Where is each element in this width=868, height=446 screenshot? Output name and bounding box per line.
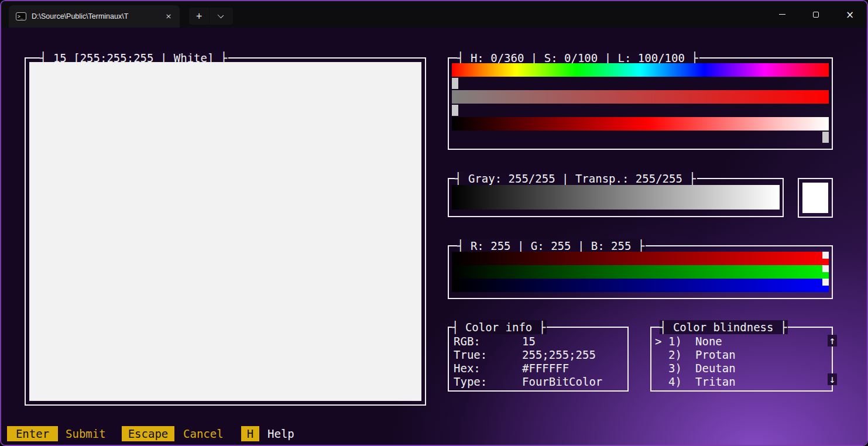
enter-key-chip: Enter — [7, 426, 58, 441]
list-item-tritan[interactable]: 4)Tritan — [655, 375, 736, 389]
keybindings-bar: Enter Submit Escape Cancel H Help — [1, 426, 867, 442]
terminal-window: >_ D:\Source\Public\Terminaux\T × + × ┤ … — [0, 0, 868, 446]
minimize-icon — [779, 14, 785, 15]
info-row-type: Type:FourBitColor — [454, 375, 602, 389]
hue-slider[interactable] — [452, 78, 458, 89]
tab-title: D:\Source\Public\Terminaux\T — [32, 12, 162, 20]
item-label: Deutan — [695, 362, 736, 375]
selection-marker: > — [655, 335, 668, 348]
item-label: None — [695, 335, 722, 348]
cancel-label: Cancel — [183, 426, 224, 441]
hsl-box: ┤ H: 0/360 | S: 0/100 | L: 100/100 ├ — [448, 57, 833, 150]
info-row-true: True:255;255;255 — [454, 348, 596, 362]
info-value: 255;255;255 — [522, 348, 596, 361]
gray-transparency-title: ┤ Gray: 255/255 | Transp.: 255/255 ├ — [455, 171, 697, 186]
info-label: Type: — [454, 375, 522, 389]
info-row-rgb: RGB:15 — [454, 335, 536, 348]
green-bar[interactable] — [452, 265, 829, 279]
color-blindness-title: ┤ Color blindness ├ — [660, 320, 788, 334]
new-tab-button[interactable]: + — [189, 8, 209, 25]
current-color-box — [798, 178, 833, 218]
list-item-deutan[interactable]: 3)Deutan — [655, 362, 736, 375]
color-info-title: ┤ Color info ├ — [452, 320, 547, 334]
lightness-bar[interactable] — [452, 117, 829, 131]
current-color-swatch — [802, 183, 828, 213]
minimize-button[interactable] — [765, 1, 799, 28]
rgb-box: ┤ R: 255 | G: 255 | B: 255 ├ — [448, 245, 833, 299]
tab-dropdown-button[interactable] — [210, 8, 233, 25]
saturation-slider[interactable] — [452, 105, 458, 116]
gray-bar[interactable] — [452, 185, 780, 210]
color-info-box: ┤ Color info ├ RGB:15 True:255;255;255 H… — [448, 327, 629, 392]
escape-key-chip: Escape — [122, 426, 174, 441]
tab-close-icon[interactable]: × — [162, 10, 176, 23]
help-label: Help — [267, 426, 294, 441]
terminal-screen: ┤ 15 [255;255;255 | White] ├ ┤ H: 0/360 … — [1, 28, 867, 445]
close-icon: × — [846, 9, 854, 20]
info-value: #FFFFFF — [522, 362, 569, 375]
item-number: 2) — [668, 348, 695, 362]
item-label: Tritan — [695, 375, 736, 388]
saturation-bar[interactable] — [452, 90, 829, 104]
info-label: Hex: — [454, 362, 522, 375]
info-label: True: — [454, 348, 522, 362]
terminal-tab[interactable]: >_ D:\Source\Public\Terminaux\T × — [9, 5, 180, 28]
close-button[interactable]: × — [833, 1, 867, 28]
color-preview-swatch — [29, 62, 421, 401]
list-item-none[interactable]: >1)None — [655, 335, 722, 348]
red-bar[interactable] — [452, 252, 829, 265]
info-value: 15 — [522, 335, 536, 348]
green-slider[interactable] — [822, 265, 829, 272]
maximize-button[interactable] — [799, 1, 833, 28]
color-blindness-box: ┤ Color blindness ├ ↑ ↓ >1)None 2)Protan… — [650, 327, 833, 392]
info-value: FourBitColor — [522, 375, 602, 388]
hue-bar[interactable] — [452, 63, 829, 77]
rgb-title: ┤ R: 255 | G: 255 | B: 255 ├ — [457, 239, 646, 253]
blue-slider[interactable] — [822, 279, 829, 286]
scroll-down-icon[interactable]: ↓ — [828, 373, 837, 385]
submit-label: Submit — [66, 426, 106, 441]
info-label: RGB: — [454, 335, 522, 348]
blue-bar[interactable] — [452, 279, 829, 292]
gray-transparency-box: ┤ Gray: 255/255 | Transp.: 255/255 ├ — [448, 178, 784, 217]
help-key-chip: H — [241, 426, 259, 441]
color-preview-box: ┤ 15 [255;255;255 | White] ├ — [25, 57, 426, 406]
red-slider[interactable] — [822, 252, 829, 259]
item-number: 4) — [668, 375, 695, 389]
scroll-up-icon[interactable]: ↑ — [828, 335, 837, 346]
titlebar: >_ D:\Source\Public\Terminaux\T × + × — [1, 1, 867, 28]
maximize-icon — [813, 12, 819, 18]
terminal-icon-glyph: >_ — [18, 13, 23, 20]
item-label: Protan — [695, 348, 736, 361]
lightness-slider[interactable] — [822, 132, 829, 143]
list-item-protan[interactable]: 2)Protan — [655, 348, 736, 362]
terminal-icon: >_ — [16, 12, 26, 20]
item-number: 3) — [668, 362, 695, 375]
chevron-down-icon — [218, 12, 224, 18]
info-row-hex: Hex:#FFFFFF — [454, 362, 569, 375]
item-number: 1) — [668, 335, 695, 348]
